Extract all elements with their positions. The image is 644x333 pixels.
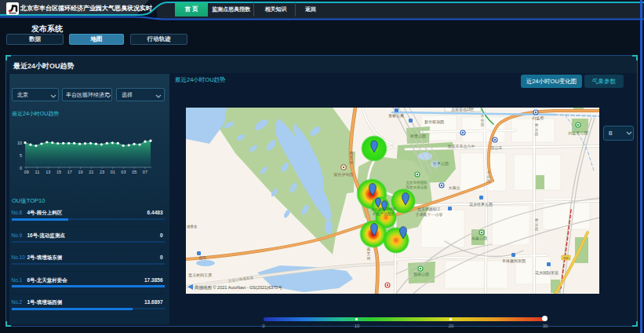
- svg-text:新华双加园: 新华双加园: [424, 119, 444, 125]
- svg-text:03: 03: [121, 170, 126, 174]
- svg-text:丰台区循环经济: 丰台区循环经济: [371, 207, 397, 212]
- svg-text:郭公庄: 郭公庄: [491, 145, 503, 151]
- svg-text:丰科路: 丰科路: [487, 170, 491, 183]
- svg-text:樊羊路: 樊羊路: [535, 218, 539, 231]
- svg-text:世界公园: 世界公园: [432, 161, 449, 166]
- svg-text:香椿公寓: 香椿公寓: [388, 113, 404, 118]
- svg-text:丰科路: 丰科路: [481, 114, 485, 126]
- svg-text:西五环: 西五环: [350, 152, 354, 165]
- svg-text:17: 17: [67, 170, 72, 174]
- svg-text:01: 01: [111, 170, 115, 174]
- svg-text:白盆窑公园: 白盆窑公园: [569, 130, 588, 136]
- svg-text:花乡世界名园: 花乡世界名园: [469, 202, 493, 207]
- svg-text:09: 09: [24, 170, 29, 174]
- svg-text:21: 21: [89, 170, 93, 174]
- svg-text:樊羊路: 樊羊路: [535, 123, 539, 136]
- svg-text:大葆台: 大葆台: [449, 185, 460, 190]
- svg-text:子弟第十一小学: 子弟第十一小学: [416, 212, 443, 218]
- svg-text:高鑫公园: 高鑫公园: [471, 236, 487, 241]
- svg-text:19: 19: [78, 170, 82, 174]
- svg-text:紫谷伊甸园: 紫谷伊甸园: [334, 172, 354, 177]
- svg-text:05: 05: [132, 170, 136, 174]
- svg-text:15: 15: [56, 170, 61, 174]
- svg-text:巡田: 巡田: [198, 255, 206, 260]
- svg-text:花乡国际家居: 花乡国际家居: [535, 270, 558, 276]
- svg-text:北京市丰台八中: 北京市丰台八中: [448, 144, 475, 149]
- svg-text:南五环: 南五环: [367, 247, 371, 261]
- svg-text:御景公园: 御景公园: [410, 134, 426, 139]
- svg-text:11: 11: [35, 170, 40, 174]
- svg-text:坡垂青: 坡垂青: [186, 224, 198, 229]
- svg-text:高德地图 © 2021 AutoNavi - GS(2021: 高德地图 © 2021 AutoNavi - GS(2021)6375号: [195, 285, 282, 291]
- svg-text:预锻公园: 预锻公园: [413, 272, 429, 277]
- svg-text:丰保康同家园: 丰保康同家园: [502, 258, 526, 264]
- svg-text:13: 13: [45, 170, 50, 174]
- svg-text:S36: S36: [563, 256, 569, 260]
- svg-text:0: 0: [20, 166, 22, 170]
- svg-text:造义村回王房: 造义村回王房: [188, 273, 212, 278]
- svg-text:10: 10: [17, 141, 22, 145]
- svg-text:5: 5: [20, 153, 22, 158]
- svg-text:07: 07: [143, 170, 147, 174]
- svg-text:23: 23: [100, 170, 104, 174]
- svg-text:白盆窑: 白盆窑: [533, 115, 544, 121]
